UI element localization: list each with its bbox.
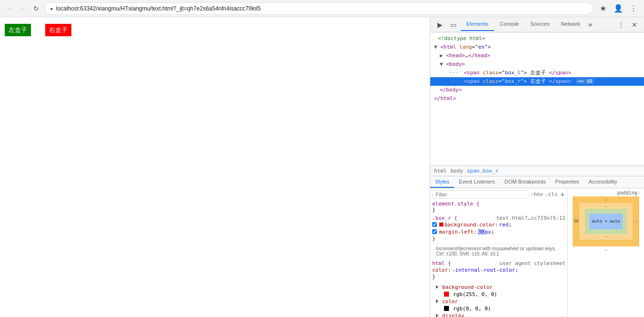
tab-event-listeners[interactable]: Event Listeners: [454, 176, 500, 188]
box-left: 左盒子: [5, 24, 31, 36]
box-model-panel: padding- – –: [568, 188, 644, 317]
color-block: [444, 306, 449, 311]
color-swatch-red[interactable]: [439, 222, 444, 227]
toolbar-actions: ★ 👤 ⋮: [596, 2, 640, 15]
address-bar[interactable]: ● localhost:63342/xiangmu/HTxiangmu/text…: [45, 2, 594, 15]
margin-left-line: margin-left: 30px ;: [432, 228, 565, 235]
display-result: display: [436, 312, 562, 317]
devtools-topbar: ▶ ▭ Elements Console Sources Network » ⋮…: [430, 17, 644, 32]
color-value-row: rgb(0, 0, 0): [436, 305, 562, 312]
tab-elements[interactable]: Elements: [461, 18, 494, 31]
tab-accessibility[interactable]: Accessibility: [584, 176, 622, 188]
tab-console[interactable]: Console: [494, 18, 525, 31]
html-tree: <!doctype html> ▼ <html lang="en"> ▶ <he…: [430, 32, 644, 166]
back-button[interactable]: ←: [4, 3, 15, 14]
devtools-tabs: Elements Console Sources Network »: [461, 18, 614, 31]
box-model-bottom: –: [604, 247, 607, 252]
box-right: 右盒子: [45, 24, 71, 36]
margin-value[interactable]: 30: [477, 229, 485, 235]
tab-network[interactable]: Network: [555, 18, 586, 31]
filter-row: :hov .cls +: [432, 190, 565, 199]
styles-panel: :hov .cls + element.style { } .bo: [430, 188, 644, 317]
expand-color[interactable]: [436, 299, 438, 303]
url-text: localhost:63342/xiangmu/HTxiangmu/text.h…: [56, 5, 588, 12]
tree-body-close: </body>: [430, 86, 644, 94]
tab-properties[interactable]: Properties: [551, 176, 584, 188]
add-style-button[interactable]: +: [560, 191, 565, 198]
breadcrumb-html[interactable]: html: [434, 168, 447, 174]
expand-body[interactable]: ▼: [440, 61, 443, 67]
background-color-value-row: rgb(255, 0, 0): [436, 291, 562, 298]
nav-buttons: ← → ↻: [4, 3, 42, 14]
devtools-panel: ▶ ▭ Elements Console Sources Network » ⋮…: [430, 17, 644, 317]
tree-span-boxl[interactable]: ··· <span class="box_l"> 左盒子 </span>: [430, 69, 644, 77]
background-color-checkbox[interactable]: [432, 222, 437, 227]
forward-button[interactable]: →: [17, 3, 29, 14]
element-style-rule: element.style { }: [432, 201, 565, 213]
more-button[interactable]: ⋮: [627, 2, 640, 15]
bg-color-block: [444, 291, 449, 297]
tree-span-boxr[interactable]: ··· <span class="box_r"> 右盒子 </span> == …: [430, 77, 644, 86]
color-result: color: [436, 298, 562, 305]
style-tabs: Styles Event Listeners DOM Breakpoints P…: [430, 176, 644, 188]
devtools-settings-button[interactable]: ⋮: [615, 19, 627, 31]
tree-doctype: <!doctype html>: [430, 34, 644, 43]
expand-html[interactable]: ▼: [434, 44, 437, 50]
right-margin: –: [636, 219, 638, 224]
hov-label[interactable]: :hov: [531, 191, 544, 197]
margin-left-checkbox[interactable]: [432, 229, 437, 234]
tree-html[interactable]: ▼ <html lang="en">: [430, 43, 644, 51]
color-line: color: -internal-root-color;: [432, 266, 565, 274]
expand-display[interactable]: [436, 314, 438, 317]
content-value: auto × auto: [592, 219, 620, 224]
bottom-margin: –: [604, 234, 607, 239]
account-button[interactable]: 👤: [612, 2, 625, 15]
left-margin: 30: [574, 219, 579, 224]
html-rule: html { user agent stylesheet color: -int…: [432, 260, 565, 280]
expand-head[interactable]: ▶: [440, 52, 443, 59]
tab-styles[interactable]: Styles: [430, 176, 454, 188]
device-toggle-button[interactable]: ▭: [447, 19, 459, 31]
more-tabs-button[interactable]: »: [586, 18, 594, 31]
tree-head[interactable]: ▶ <head>…</head>: [430, 51, 644, 60]
devtools-close-button[interactable]: ✕: [629, 19, 640, 31]
breadcrumb-span[interactable]: span.box_r: [467, 168, 498, 174]
box-container: 左盒子 右盒子: [5, 24, 425, 36]
tab-sources[interactable]: Sources: [525, 18, 555, 31]
color-section: background-color rgb(255, 0, 0) color: [432, 282, 565, 317]
cls-label[interactable]: .cls: [545, 191, 558, 197]
background-color-result: background-color: [436, 284, 562, 291]
inspect-element-button[interactable]: ▶: [434, 19, 446, 31]
background-color-line: background-color: red ;: [432, 221, 565, 228]
lock-icon: ●: [50, 6, 53, 11]
tree-html-close: </html>: [430, 94, 644, 103]
expand-background-color[interactable]: [436, 285, 438, 289]
styles-left: :hov .cls + element.style { } .bo: [430, 188, 568, 317]
webpage-content: 左盒子 右盒子: [0, 17, 430, 317]
filter-input[interactable]: [432, 190, 529, 199]
reload-button[interactable]: ↻: [30, 3, 42, 14]
box-model-visual: – – auto × auto: [573, 196, 639, 246]
content-box: auto × auto: [589, 214, 623, 229]
extensions-button[interactable]: ★: [596, 2, 610, 15]
breadcrumb: html body span.box_r: [430, 166, 644, 176]
elements-panel: <!doctype html> ▼ <html lang="en"> ▶ <he…: [430, 32, 644, 317]
padding-label: padding-: [570, 190, 642, 195]
browser-window: ← → ↻ ● localhost:63342/xiangmu/HTxiangm…: [0, 0, 644, 317]
browser-toolbar: ← → ↻ ● localhost:63342/xiangmu/HTxiangm…: [0, 0, 644, 17]
tab-dom-breakpoints[interactable]: DOM Breakpoints: [500, 176, 551, 188]
box-r-rule: .box_r { text.html?…cc719ol5:11 backgrou…: [432, 215, 565, 242]
increment-hint: Increment/decrement with mousewheel or u…: [432, 244, 565, 258]
tree-body[interactable]: ▼ <body>: [430, 60, 644, 69]
breadcrumb-body[interactable]: body: [451, 168, 464, 174]
main-area: 左盒子 右盒子 ▶ ▭ Elements Console Sources Net…: [0, 17, 644, 317]
